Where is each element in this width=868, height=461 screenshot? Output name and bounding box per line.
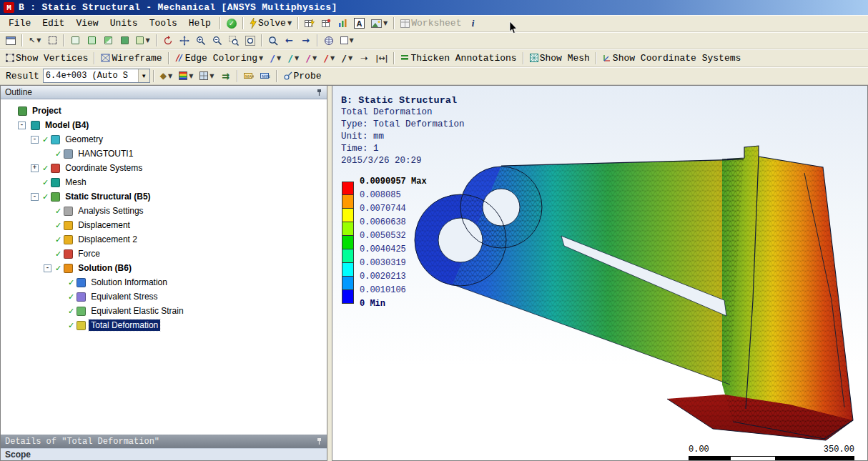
worksheet-button[interactable]: Worksheet [398,16,464,31]
diamond-icon: ◆ [160,71,167,81]
pan-button[interactable] [177,34,192,48]
picture-icon [371,19,382,28]
collapse-box-icon[interactable]: - [44,264,51,272]
outline-title: Outline [5,87,32,97]
image-capture-button[interactable]: ▼ [368,16,390,31]
menu-item-file[interactable]: File [3,16,36,30]
separator [523,52,524,64]
vector-display-button[interactable]: ⇉ [218,69,234,83]
body-filter-button[interactable] [117,34,132,48]
annotation-line: Total Deformation [341,106,465,119]
face-filter-button[interactable] [100,34,116,48]
edge-option-1-button[interactable]: /▼ [267,51,284,65]
show-coordinate-systems-label: Show Coordinate Systems [613,53,741,64]
result-strain-icon [77,307,86,316]
probe-button[interactable]: Probe [280,69,325,83]
tree-item-model-b4[interactable]: -Model (B4) [1,118,327,132]
menu-item-help[interactable]: Help [183,16,217,30]
annotation-button[interactable]: A [351,16,368,31]
tree-item-geometry[interactable]: -✓Geometry [1,132,327,147]
previous-view-icon: ← [285,35,293,46]
solve-status-button[interactable]: ✓ [224,16,240,31]
tree-item-analysis-settings[interactable]: ✓Analysis Settings [1,204,327,218]
box-select-button[interactable] [44,34,60,48]
menu-item-view[interactable]: View [70,16,104,30]
geometry-display-button[interactable]: ◆▼ [157,69,175,83]
expand-box-icon[interactable]: + [31,164,39,172]
tree-item-total-deformation[interactable]: ✓Total Deformation [1,318,327,332]
tree-item-equivalent-elastic-strain[interactable]: ✓Equivalent Elastic Strain [1,304,327,318]
tree-item-displacement[interactable]: ✓Displacement [1,218,327,232]
result-scale-combobox[interactable]: 6.4e+003 (Auto S ▼ [43,69,150,83]
thicken-annotations-button[interactable]: Thicken Annotations [398,51,519,65]
legend-label: 0.0030319 [360,258,406,268]
rotate-button[interactable] [160,34,176,48]
collapse-box-icon[interactable]: - [31,193,39,201]
menu-item-edit[interactable]: Edit [36,16,70,30]
magnifier-window-button[interactable] [265,34,281,48]
tree-item-solution-b6[interactable]: -✓Solution (B6) [1,261,327,275]
tree-item-static-structural-b5[interactable]: -✓Static Structural (B5) [1,189,327,204]
isometric-view-button[interactable] [321,34,337,48]
combo-dropdown-icon[interactable]: ▼ [138,69,149,82]
tree-item-equivalent-stress[interactable]: ✓Equivalent Stress [1,289,327,304]
tree-item-label: Mesh [63,177,88,188]
window-layout-icon [6,36,16,45]
show-vertices-button[interactable]: Show Vertices [3,51,91,65]
outline-tree: Project-Model (B4)-✓Geometry✓HANGTOUTI1+… [1,99,327,435]
status-check-icon: ✓ [68,292,74,302]
show-mesh-button[interactable]: Show Mesh [527,51,593,65]
status-check-icon: ✓ [68,278,74,287]
tree-item-solution-information[interactable]: ✓Solution Information [1,275,327,289]
tree-item-hangtouti1[interactable]: ✓HANGTOUTI1 [1,147,327,161]
chart-button[interactable] [335,16,350,31]
wireframe-button[interactable]: Wireframe [98,51,164,65]
wireframe-label: Wireframe [112,53,162,64]
collapse-box-icon[interactable]: - [31,136,39,144]
next-view-button[interactable]: → [298,34,314,48]
info-button[interactable]: i [465,16,480,31]
separator [94,52,95,64]
graphics-viewport[interactable]: B: Static StructuralTotal DeformationTyp… [332,86,868,461]
parameter-grid-button[interactable] [318,16,334,31]
edge-option-2-button[interactable]: /▼ [285,51,302,65]
pin-icon[interactable] [316,437,322,445]
edge-direction-button[interactable]: ➝ [356,51,372,65]
pin-icon[interactable] [316,89,322,96]
tree-item-displacement-2[interactable]: ✓Displacement 2 [1,232,327,247]
edge-option-4-button[interactable]: /▼ [320,51,337,65]
tree-item-label: Model (B4) [43,119,91,131]
edge-coloring-button[interactable]: Edge Coloring ▼ [172,51,267,65]
extend-selection-button[interactable]: ▼ [133,34,152,48]
menu-item-tools[interactable]: Tools [144,16,183,30]
analysis-data-button[interactable] [302,16,317,31]
select-mode-button[interactable]: ↖▼ [26,34,44,48]
contour-display-button[interactable]: ▼ [176,69,196,83]
views-dropdown-button[interactable]: ▼ [337,34,357,48]
vertex-filter-button[interactable] [67,34,83,48]
tree-item-coordinate-systems[interactable]: +✓Coordinate Systems [1,161,327,175]
zoom-in-button[interactable] [193,34,209,48]
edge-option-3-button[interactable]: /▼ [302,51,320,65]
solve-button[interactable]: Solve ▼ [247,16,295,31]
zoom-out-icon [212,36,222,46]
status-check-icon: ✓ [55,235,61,244]
edge-option-5-button[interactable]: /▼ [338,51,355,65]
zoom-fit-button[interactable] [242,34,258,48]
edge-thickness-button[interactable]: |↔| [373,51,390,65]
box-zoom-button[interactable] [226,34,242,48]
zoom-out-button[interactable] [209,34,225,48]
edge-filter-button[interactable] [84,34,99,48]
show-coordinate-systems-button[interactable]: Show Coordinate Systems [600,51,744,65]
tree-item-mesh[interactable]: ✓Mesh [1,175,327,189]
max-annotation-button[interactable]: MAX [241,69,257,83]
menu-item-units[interactable]: Units [104,16,144,30]
viewport-layout-button[interactable] [3,34,19,48]
collapse-box-icon[interactable]: - [18,122,26,129]
previous-view-button[interactable]: ← [282,34,297,48]
min-annotation-button[interactable]: MIN [257,69,273,83]
tree-item-force[interactable]: ✓Force [1,247,327,261]
tree-item-project[interactable]: Project [1,104,327,118]
edges-display-button[interactable]: ▼ [197,69,217,83]
details-scope-row[interactable]: Scope [1,448,327,460]
